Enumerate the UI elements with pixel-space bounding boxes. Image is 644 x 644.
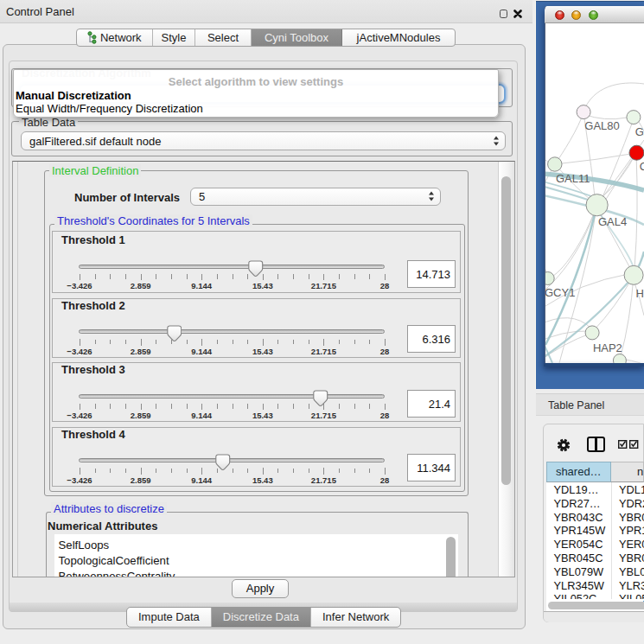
- svg-text:HAP2: HAP2: [593, 341, 622, 354]
- svg-text:H: H: [636, 287, 644, 300]
- svg-text:GA: GA: [635, 125, 644, 138]
- svg-text:C: C: [640, 160, 644, 173]
- svg-text:GAL80: GAL80: [584, 119, 619, 132]
- svg-text:GAL4: GAL4: [598, 215, 627, 228]
- svg-text:GAL11: GAL11: [556, 172, 590, 185]
- svg-text:GCY1: GCY1: [545, 286, 575, 299]
